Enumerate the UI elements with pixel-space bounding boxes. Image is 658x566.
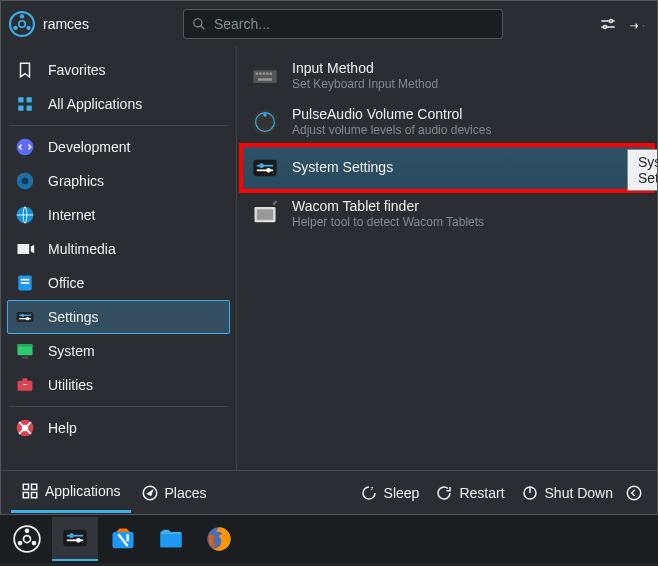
svg-rect-40 xyxy=(256,73,258,75)
grid-icon xyxy=(14,93,36,115)
sidebar-label: Settings xyxy=(48,309,99,325)
tab-label: Applications xyxy=(45,483,121,499)
taskbar xyxy=(0,515,658,563)
apps-grid-icon xyxy=(21,482,39,500)
svg-point-67 xyxy=(25,529,30,534)
tab-places[interactable]: Places xyxy=(131,473,217,513)
restart-button[interactable]: Restart xyxy=(427,484,512,502)
svg-point-69 xyxy=(32,541,37,546)
svg-rect-13 xyxy=(18,106,23,111)
chevron-left-icon xyxy=(625,484,643,502)
settings-toggle-icon[interactable] xyxy=(597,13,619,35)
multimedia-icon xyxy=(14,238,36,260)
svg-rect-42 xyxy=(263,73,265,75)
svg-point-10 xyxy=(604,26,607,29)
svg-point-70 xyxy=(24,536,31,543)
sidebar-item-multimedia[interactable]: Multimedia xyxy=(7,232,230,266)
sidebar-item-graphics[interactable]: Graphics xyxy=(7,164,230,198)
svg-rect-43 xyxy=(266,73,268,75)
svg-rect-32 xyxy=(23,384,26,385)
tab-applications[interactable]: Applications xyxy=(11,473,131,513)
button-label: Shut Down xyxy=(545,485,613,501)
svg-rect-49 xyxy=(253,160,276,176)
office-icon xyxy=(14,272,36,294)
app-list: Input MethodSet Keyboard Input Method Pu… xyxy=(237,47,657,470)
header: ramces xyxy=(1,1,657,47)
volume-icon xyxy=(250,107,280,137)
sidebar-label: System xyxy=(48,343,95,359)
sidebar-label: Internet xyxy=(48,207,95,223)
svg-point-4 xyxy=(19,21,26,28)
app-item-pulseaudio[interactable]: PulseAudio Volume ControlAdjust volume l… xyxy=(241,99,653,145)
svg-rect-31 xyxy=(23,378,28,381)
sidebar-item-utilities[interactable]: Utilities xyxy=(7,368,230,402)
svg-rect-22 xyxy=(17,312,34,322)
svg-point-75 xyxy=(76,538,81,543)
svg-point-52 xyxy=(259,163,264,168)
search-input[interactable] xyxy=(183,9,503,39)
tablet-icon xyxy=(250,199,280,229)
svg-point-2 xyxy=(13,26,17,30)
taskbar-dolphin[interactable] xyxy=(148,517,194,561)
search-icon xyxy=(192,17,206,31)
app-desc: Adjust volume levels of audio devices xyxy=(292,123,491,138)
svg-rect-55 xyxy=(257,209,273,220)
svg-point-1 xyxy=(20,14,24,18)
svg-rect-59 xyxy=(23,493,28,498)
shutdown-button[interactable]: Shut Down xyxy=(513,484,621,502)
button-label: Sleep xyxy=(384,485,420,501)
svg-rect-45 xyxy=(258,78,272,80)
bookmark-icon xyxy=(14,59,36,81)
svg-point-53 xyxy=(266,168,271,173)
keyboard-icon xyxy=(250,61,280,91)
compass-icon xyxy=(141,484,159,502)
development-icon xyxy=(14,136,36,158)
sidebar-item-office[interactable]: Office xyxy=(7,266,230,300)
sidebar-item-favorites[interactable]: Favorites xyxy=(7,53,230,87)
svg-rect-29 xyxy=(22,357,29,359)
svg-point-25 xyxy=(21,314,24,317)
sidebar-item-development[interactable]: Development xyxy=(7,130,230,164)
svg-line-56 xyxy=(273,201,277,205)
app-item-input-method[interactable]: Input MethodSet Keyboard Input Method xyxy=(241,53,653,99)
svg-point-74 xyxy=(69,533,74,538)
taskbar-system-settings[interactable] xyxy=(52,517,98,561)
app-item-system-settings[interactable]: System Settings xyxy=(241,145,653,191)
tooltip: System Settings xyxy=(627,149,657,191)
sidebar-item-settings[interactable]: Settings xyxy=(7,300,230,334)
restart-icon xyxy=(435,484,453,502)
tab-label: Places xyxy=(165,485,207,501)
app-title: Input Method xyxy=(292,60,438,78)
sidebar-item-help[interactable]: Help xyxy=(7,411,230,445)
sidebar-label: Office xyxy=(48,275,84,291)
sidebar-label: Help xyxy=(48,420,77,436)
svg-rect-41 xyxy=(259,73,261,75)
sidebar-item-system[interactable]: System xyxy=(7,334,230,368)
app-item-wacom[interactable]: Wacom Tablet finderHelper tool to detect… xyxy=(241,191,653,237)
svg-rect-71 xyxy=(63,530,86,546)
svg-point-34 xyxy=(22,425,29,432)
app-title: PulseAudio Volume Control xyxy=(292,106,491,124)
sidebar: Favorites All Applications Development G… xyxy=(1,47,237,470)
sidebar-label: Utilities xyxy=(48,377,93,393)
app-title: System Settings xyxy=(292,159,393,177)
taskbar-launcher[interactable] xyxy=(4,517,50,561)
help-icon xyxy=(14,417,36,439)
divider xyxy=(9,125,228,126)
sidebar-item-internet[interactable]: Internet xyxy=(7,198,230,232)
svg-point-68 xyxy=(18,541,23,546)
sidebar-item-all-applications[interactable]: All Applications xyxy=(7,87,230,121)
sleep-icon: z xyxy=(360,484,378,502)
taskbar-discover[interactable] xyxy=(100,517,146,561)
taskbar-firefox[interactable] xyxy=(196,517,242,561)
app-desc: Helper tool to detect Wacom Tablets xyxy=(292,215,484,230)
svg-point-9 xyxy=(610,20,613,23)
svg-point-3 xyxy=(26,26,30,30)
svg-rect-58 xyxy=(32,484,37,489)
system-icon xyxy=(14,340,36,362)
pin-icon[interactable] xyxy=(627,13,649,35)
footer: Applications Places z Sleep Restart Shut… xyxy=(1,470,657,514)
utilities-icon xyxy=(14,374,36,396)
leave-button[interactable] xyxy=(621,484,647,502)
sleep-button[interactable]: z Sleep xyxy=(352,484,428,502)
